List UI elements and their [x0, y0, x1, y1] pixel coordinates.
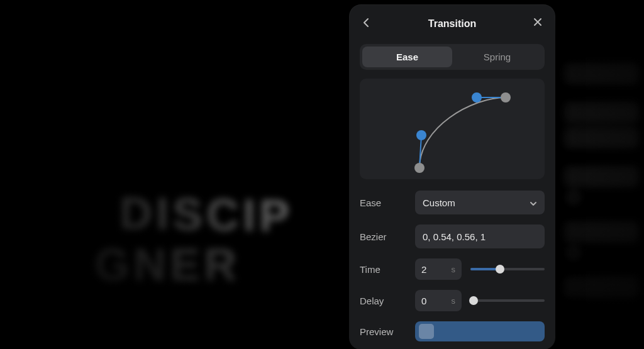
ease-dropdown[interactable]: Custom	[415, 191, 545, 214]
bg-headline-2: GNER	[94, 239, 240, 291]
panel-header: Transition	[360, 14, 545, 34]
easing-type-tabs: Ease Spring	[360, 44, 545, 70]
bg-headline-1: DISCIP	[119, 187, 293, 242]
time-slider-thumb[interactable]	[496, 265, 504, 274]
ease-value: Custom	[423, 197, 455, 208]
delay-row: Delay 0 s	[360, 290, 545, 311]
time-value: 2	[421, 264, 426, 275]
delay-unit: s	[452, 296, 456, 306]
preview-track[interactable]	[415, 321, 545, 341]
back-button[interactable]	[360, 16, 372, 29]
bg-right-column	[564, 63, 639, 327]
preview-block	[419, 324, 434, 339]
curve-editor[interactable]	[360, 79, 545, 179]
delay-value: 0	[421, 296, 426, 306]
curve-end-point[interactable]	[501, 92, 511, 102]
bezier-label: Bezier	[360, 231, 409, 242]
curve-handle-2[interactable]	[472, 92, 482, 102]
delay-label: Delay	[360, 296, 409, 306]
chevron-left-icon	[363, 18, 369, 28]
chevron-down-icon	[530, 197, 537, 208]
time-unit: s	[452, 265, 456, 274]
time-input[interactable]: 2 s	[415, 258, 462, 280]
close-icon	[533, 18, 542, 26]
time-row: Time 2 s	[360, 258, 545, 280]
transition-panel: Transition Ease Spring Ease Custom	[350, 5, 555, 349]
curve-canvas	[360, 79, 545, 179]
time-slider[interactable]	[470, 263, 545, 275]
preview-label: Preview	[360, 326, 409, 337]
bezier-row: Bezier 0, 0.54, 0.56, 1	[360, 224, 545, 248]
close-button[interactable]	[531, 15, 545, 29]
delay-slider-thumb[interactable]	[469, 296, 478, 305]
ease-label: Ease	[360, 197, 409, 208]
delay-input[interactable]: 0 s	[415, 290, 462, 311]
preview-row: Preview	[360, 321, 545, 341]
panel-title: Transition	[428, 18, 476, 30]
time-label: Time	[360, 264, 409, 275]
curve-start-point[interactable]	[414, 163, 425, 173]
tab-ease[interactable]: Ease	[362, 47, 452, 67]
bezier-value: 0, 0.54, 0.56, 1	[423, 231, 486, 242]
delay-slider[interactable]	[470, 294, 545, 307]
bezier-input[interactable]: 0, 0.54, 0.56, 1	[415, 224, 545, 248]
tab-spring[interactable]: Spring	[452, 47, 542, 67]
curve-handle-1[interactable]	[416, 130, 426, 140]
ease-row: Ease Custom	[360, 191, 545, 214]
